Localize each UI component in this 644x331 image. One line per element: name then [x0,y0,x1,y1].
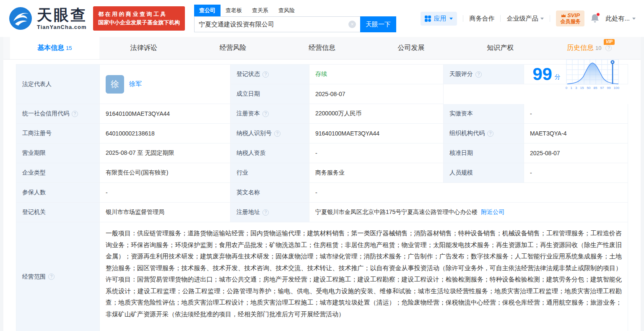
field-value: - [315,150,317,156]
tab-label: 知识产权 [487,44,514,52]
field-value: 91640100MAET3QYA44 [315,130,379,137]
tab-company-development[interactable]: 公司发展 [366,37,456,59]
taxpayer-qual-label-cell: 纳税人资质 [231,143,309,163]
tab-basic-info[interactable]: 基本信息 15 [10,37,99,59]
org-code-value-cell: MAET3QYA-4 [524,124,628,143]
avatar[interactable]: 徐 [106,75,124,94]
app-grid-icon [425,16,431,22]
field-label: 纳税人识别号 [236,130,272,137]
legal-rep-name-link[interactable]: 徐军 [129,80,142,88]
scope-label-cell: 经营范围 [16,222,100,331]
field-value: MAET3QYA-4 [530,130,567,137]
nearby-companies-link[interactable]: 附近公司 [481,209,504,216]
reg-number-value-cell: 640100002138618 [100,124,231,143]
score-unit: 分 [555,73,561,81]
business-term-label-cell: 营业期限 [16,143,100,163]
search-tabs: 查公司 查老板 查关系 查风险 [194,5,396,16]
field-label: 经营范围 [22,273,46,281]
tab-intellectual-property[interactable]: 知识产权 [456,37,545,59]
establish-date-label-cell: 成立日期 [231,84,309,104]
svip-member-button[interactable]: SVIP 会员服务 [556,10,584,26]
notification-bell-icon[interactable] [590,13,600,23]
help-icon[interactable] [274,130,280,137]
brand-domain: TianYanCha.com [37,24,87,30]
tab-operation-risk[interactable]: 经营风险 [188,37,278,59]
apps-menu[interactable]: 应用 [421,12,457,26]
field-value: - [530,110,532,117]
help-icon[interactable] [72,111,78,117]
field-label: 行业 [236,169,248,177]
help-icon[interactable] [475,71,482,78]
help-icon[interactable] [487,130,493,137]
field-value: - [106,189,108,196]
help-icon[interactable] [48,274,55,280]
field-label: 成立日期 [236,90,260,98]
user-menu-label: 此处有... [605,15,630,23]
credit-code-value-cell: 91640100MAET3QYA44 [100,104,231,124]
field-label: 纳税人资质 [236,149,266,157]
approval-date-label-cell: 核准日期 [444,143,524,163]
page-body: 基本信息 15 法律诉讼 经营风险 经营信息 公司发展 知识产权 VIP 历史信… [0,37,644,331]
help-icon[interactable] [262,111,269,117]
reg-capital-value-cell: 2200000万人民币 [309,104,444,124]
search-button[interactable]: 天眼一下 [360,16,396,32]
company-type-value-cell: 有限责任公司(国有独资) [100,163,231,183]
score-axis: 01 315 5085 9799 100 [566,86,619,90]
tab-label: 历史信息 [567,44,594,52]
clear-icon[interactable] [348,21,356,28]
english-name-value-cell: - [309,183,628,203]
credit-code-label-cell: 统一社会信用代码 [16,104,100,124]
insured-value-cell: - [100,183,231,203]
search-tab-boss[interactable]: 查老板 [221,5,247,16]
score-label-cell: 天眼评分 [444,65,524,84]
staff-size-label-cell: 人员规模 [444,163,524,183]
apps-label: 应用 [434,15,446,23]
industry-value-cell: 商务服务业 [309,163,444,183]
caret-down-icon [540,18,544,20]
tab-label: 公司发展 [398,44,425,52]
nav-enterprise-products[interactable]: 企业级产品 [506,15,544,23]
field-label: 法定代表人 [22,81,52,88]
field-label: 人员规模 [449,169,473,177]
field-value: - [530,169,532,176]
paid-capital-label-cell: 实缴资本 [444,104,524,124]
help-icon[interactable] [262,71,269,78]
taxpayer-id-label-cell: 纳税人识别号 [231,124,309,143]
tab-operation-info[interactable]: 经营信息 [278,37,367,59]
field-value: 2025-08-07 [315,91,345,97]
score-chart: 01 315 5085 9799 100 [566,59,619,90]
field-label: 营业期限 [22,149,46,157]
field-value: 91640100MAET3QYA44 [106,110,170,117]
taxpayer-id-value-cell: 91640100MAET3QYA44 [309,124,444,143]
user-menu[interactable]: 此处有... [605,15,636,23]
reg-status-label-cell: 登记状态 [231,65,309,84]
nav-cooperation[interactable]: 商务合作 [469,15,494,23]
scope-value-cell: 一般项目：供应链管理服务；道路货物运输站经营；国内货物运输代理；建筑材料销售；第… [100,222,628,331]
tab-count: 15 [66,45,72,51]
search-input[interactable] [199,21,348,28]
reg-number-label-cell: 工商注册号 [16,124,100,143]
field-label: 注册资本 [236,110,260,117]
search-tab-company[interactable]: 查公司 [194,5,221,16]
establish-date-value-cell: 2025-08-07 [309,84,444,104]
status-badge: 存续 [315,70,327,78]
logo[interactable]: 天眼查 TianYanCha.com [8,6,87,31]
staff-size-value-cell: - [524,163,628,183]
insured-label-cell: 参保人数 [16,183,100,203]
score-value-cell: 99 分 [524,65,628,84]
tab-count: 10 [595,45,601,51]
search-tab-risk[interactable]: 查风险 [273,5,300,16]
field-label: 实缴资本 [449,110,473,117]
legal-rep-label-cell: 法定代表人 [16,65,100,104]
enterprise-label: 企业级产品 [506,15,538,23]
tab-label: 法律诉讼 [130,44,157,52]
help-icon[interactable] [605,45,612,51]
tab-history-info[interactable]: VIP 历史信息 10 [545,37,634,59]
field-value: 2025-08-07 至 无固定期限 [106,149,174,157]
search-tab-relation[interactable]: 查关系 [247,5,273,16]
help-icon[interactable] [262,209,269,216]
tab-legal-litigation[interactable]: 法律诉讼 [99,37,189,59]
basic-info-table: 法定代表人 徐 徐军 登记状态 存续 天眼评分 99 分 [16,64,628,331]
business-scope-text: 一般项目：供应链管理服务；道路货物运输站经营；国内货物运输代理；建筑材料销售；第… [106,227,622,320]
slogan-line1: 都在用的商业查询工具 [98,10,180,18]
